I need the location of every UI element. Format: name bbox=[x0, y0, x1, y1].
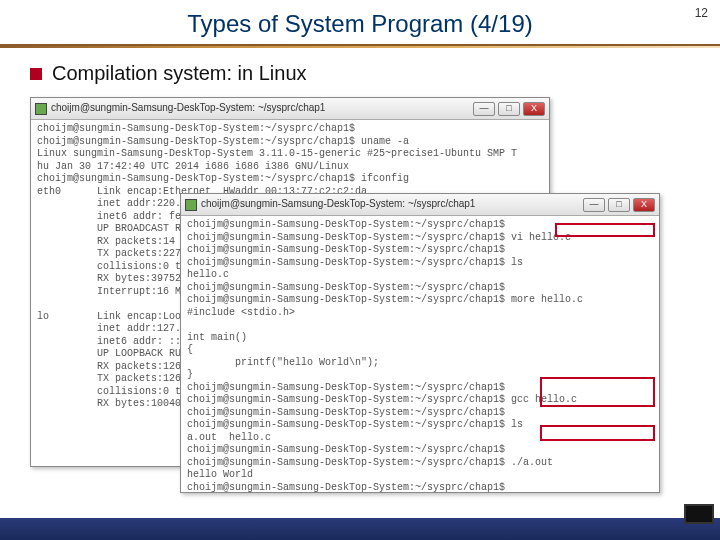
terminal-window-front: choijm@sungmin-Samsung-DeskTop-System: ~… bbox=[180, 193, 660, 493]
bullet-text: Compilation system: in Linux bbox=[52, 62, 307, 85]
bullet-square-icon bbox=[30, 68, 42, 80]
terminal-icon bbox=[35, 103, 47, 115]
title-bar: Types of System Program (4/19) bbox=[0, 0, 720, 44]
close-button[interactable]: X bbox=[633, 198, 655, 212]
terminal-icon bbox=[185, 199, 197, 211]
footer-strip bbox=[0, 518, 720, 540]
window-buttons: — □ X bbox=[583, 198, 655, 212]
page-number: 12 bbox=[695, 6, 708, 20]
slide-title: Types of System Program (4/19) bbox=[40, 10, 680, 38]
window-title: choijm@sungmin-Samsung-DeskTop-System: ~… bbox=[201, 198, 475, 211]
terminal-area: choijm@sungmin-Samsung-DeskTop-System: ~… bbox=[30, 97, 690, 497]
bullet-row: Compilation system: in Linux bbox=[0, 48, 720, 93]
minimize-button[interactable]: — bbox=[473, 102, 495, 116]
minimize-button[interactable]: — bbox=[583, 198, 605, 212]
slide: 12 Types of System Program (4/19) Compil… bbox=[0, 0, 720, 540]
highlight-vi-command bbox=[555, 223, 655, 237]
close-button[interactable]: X bbox=[523, 102, 545, 116]
window-title: choijm@sungmin-Samsung-DeskTop-System: ~… bbox=[51, 102, 325, 115]
highlight-run-command bbox=[540, 425, 655, 441]
terminal-output-front: choijm@sungmin-Samsung-DeskTop-System:~/… bbox=[181, 216, 659, 497]
highlight-gcc-command bbox=[540, 377, 655, 407]
maximize-button[interactable]: □ bbox=[498, 102, 520, 116]
window-titlebar[interactable]: choijm@sungmin-Samsung-DeskTop-System: ~… bbox=[31, 98, 549, 120]
monitor-icon bbox=[684, 504, 714, 524]
window-titlebar[interactable]: choijm@sungmin-Samsung-DeskTop-System: ~… bbox=[181, 194, 659, 216]
window-buttons: — □ X bbox=[473, 102, 545, 116]
maximize-button[interactable]: □ bbox=[608, 198, 630, 212]
